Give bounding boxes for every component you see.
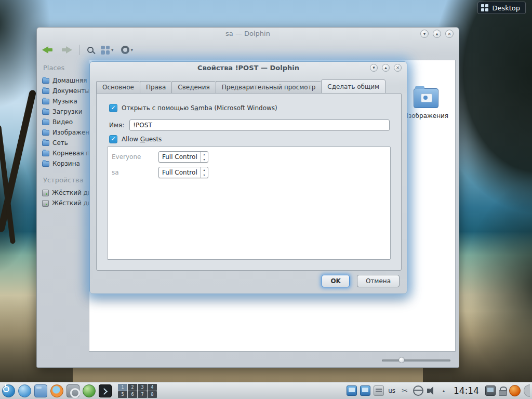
back-button[interactable] <box>42 46 54 54</box>
trash-icon <box>42 161 49 167</box>
digital-clock[interactable]: 14:14 <box>450 385 482 396</box>
ok-button[interactable]: OK <box>322 275 350 287</box>
pager-desktop-3[interactable]: 3 <box>138 384 147 391</box>
tab-share[interactable]: Сделать общим <box>321 79 385 94</box>
dialog-tabbar: Основное Права Сведения Предварительный … <box>96 79 401 94</box>
desktop-toolbox[interactable]: Desktop <box>477 2 526 14</box>
spin-up-icon[interactable]: ▴ <box>201 167 208 172</box>
forward-button[interactable] <box>61 46 72 54</box>
acl-permission-combo[interactable]: Full Control ▴▾ <box>158 151 208 163</box>
folder-icon <box>42 119 49 125</box>
folder-icon <box>42 99 49 104</box>
folderview-grid-icon <box>481 4 488 11</box>
properties-dialog: Свойства !POST — Dolphin ▾ ▴ × Основное … <box>89 61 407 294</box>
klipper-scissors-icon[interactable]: ✂ <box>400 385 410 396</box>
share-name-input[interactable] <box>129 119 390 131</box>
cancel-button[interactable]: Отмена <box>357 275 400 287</box>
dolphin-titlebar[interactable]: sa — Dolphin ▾ ▴ × <box>37 28 459 40</box>
icon-view-icon <box>101 46 110 55</box>
acl-list: Everyone Full Control ▴▾ sa Full Control… <box>107 147 391 260</box>
browser-launcher-icon[interactable] <box>50 384 63 397</box>
chevron-down-icon: ▾ <box>131 47 134 52</box>
folder-icon <box>42 130 49 136</box>
acl-permission-combo[interactable]: Full Control ▴▾ <box>158 167 208 178</box>
pager-desktop-4[interactable]: 4 <box>148 384 157 391</box>
device-notifier-icon[interactable] <box>347 385 357 396</box>
acl-row-sa: sa Full Control ▴▾ <box>108 166 390 179</box>
volume-icon[interactable] <box>427 385 437 396</box>
panel-cashew[interactable] <box>524 384 530 397</box>
package-manager-launcher-icon[interactable] <box>83 384 96 397</box>
share-name-row: Имя: <box>109 119 390 131</box>
lock-icon[interactable] <box>499 385 506 396</box>
dialog-close-button[interactable]: × <box>394 64 402 72</box>
combo-spinner[interactable]: ▴▾ <box>200 167 208 178</box>
spin-up-icon[interactable]: ▴ <box>201 152 208 157</box>
zoom-slider-handle[interactable] <box>398 357 405 363</box>
combo-spinner[interactable]: ▴▾ <box>200 152 208 162</box>
tab-details[interactable]: Сведения <box>171 81 215 94</box>
taskbar: 1 2 3 4 5 6 7 8 us ✂ ▴ 14:14 <box>0 382 532 399</box>
guests-checkbox-row: ✓ Allow Guests <box>109 135 162 143</box>
folder-item-images[interactable]: Изображения <box>401 88 451 119</box>
harddisk-icon <box>42 190 49 196</box>
view-mode-button[interactable]: ▾ <box>101 46 114 55</box>
harddisk-icon <box>42 200 49 207</box>
acl-row-everyone: Everyone Full Control ▴▾ <box>108 150 390 164</box>
zoom-slider-groove[interactable] <box>382 360 450 362</box>
dialog-title: Свойства !POST — Dolphin <box>197 64 299 72</box>
network-icon[interactable] <box>413 385 423 396</box>
terminal-launcher-icon[interactable] <box>99 384 112 397</box>
spin-down-icon[interactable]: ▾ <box>201 172 208 178</box>
search-icon[interactable] <box>87 47 94 53</box>
display-tray-icon[interactable] <box>360 385 370 396</box>
pager-desktop-1[interactable]: 1 <box>118 384 127 391</box>
allow-guests-checkbox[interactable]: ✓ <box>109 135 117 143</box>
folder-icon <box>42 109 49 115</box>
launcher-icon[interactable] <box>18 384 31 397</box>
dialog-maximize-button[interactable]: ▴ <box>382 64 390 72</box>
pager-desktop-2[interactable]: 2 <box>128 384 137 391</box>
pager-desktop-6[interactable]: 6 <box>128 391 137 398</box>
tab-general[interactable]: Основное <box>96 81 140 94</box>
toolbar-separator <box>79 45 80 55</box>
pager-desktop-5[interactable]: 5 <box>118 391 127 398</box>
dolphin-title: sa — Dolphin <box>225 30 270 37</box>
spin-down-icon[interactable]: ▾ <box>201 157 208 162</box>
maximize-button[interactable]: ▴ <box>433 30 441 38</box>
folder-item-label: Изображения <box>401 112 451 119</box>
samba-checkbox[interactable]: ✓ <box>109 104 117 112</box>
close-button[interactable]: × <box>445 30 454 38</box>
dialog-buttons: OK Отмена <box>90 275 400 287</box>
keyboard-tray-icon[interactable] <box>374 385 384 396</box>
zoom-slider[interactable] <box>382 357 450 363</box>
share-tab-page: ✓ Открыть с помощью Samba (Microsoft Win… <box>96 93 402 271</box>
settings-menu-button[interactable]: ▾ <box>121 46 134 54</box>
chevron-down-icon: ▾ <box>111 47 114 52</box>
tray-expand-arrow[interactable]: ▴ <box>440 385 447 396</box>
dolphin-toolbar: ▾ ▾ <box>42 41 454 59</box>
gear-icon <box>121 46 129 54</box>
acl-permission-value: Full Control <box>162 169 197 176</box>
virtual-desktop-pager[interactable]: 1 2 3 4 5 6 7 8 <box>118 384 157 398</box>
image-folder-icon <box>414 88 438 108</box>
shutdown-button[interactable] <box>509 385 521 396</box>
dolphin-statusbar <box>37 353 459 367</box>
pager-desktop-8[interactable]: 8 <box>148 391 157 398</box>
keyboard-layout-indicator[interactable]: us <box>387 387 396 394</box>
dialog-minimize-button[interactable]: ▾ <box>370 64 378 72</box>
tab-permissions[interactable]: Права <box>140 81 171 94</box>
tab-preview[interactable]: Предварительный просмотр <box>216 81 322 94</box>
minimize-button[interactable]: ▾ <box>420 30 429 38</box>
samba-checkbox-row: ✓ Открыть с помощью Samba (Microsoft Win… <box>109 104 277 112</box>
name-label: Имя: <box>109 122 124 129</box>
folder-icon <box>42 151 49 156</box>
samba-checkbox-label: Открыть с помощью Samba (Microsoft Windo… <box>122 104 277 112</box>
file-manager-launcher-icon[interactable] <box>34 384 47 397</box>
pager-desktop-7[interactable]: 7 <box>138 391 147 398</box>
photo-glyph <box>421 94 432 102</box>
system-settings-launcher-icon[interactable] <box>66 384 79 397</box>
acl-permission-value: Full Control <box>162 153 197 161</box>
dialog-titlebar[interactable]: Свойства !POST — Dolphin ▾ ▴ × <box>90 62 407 74</box>
monitor-tray-icon[interactable] <box>485 385 496 396</box>
